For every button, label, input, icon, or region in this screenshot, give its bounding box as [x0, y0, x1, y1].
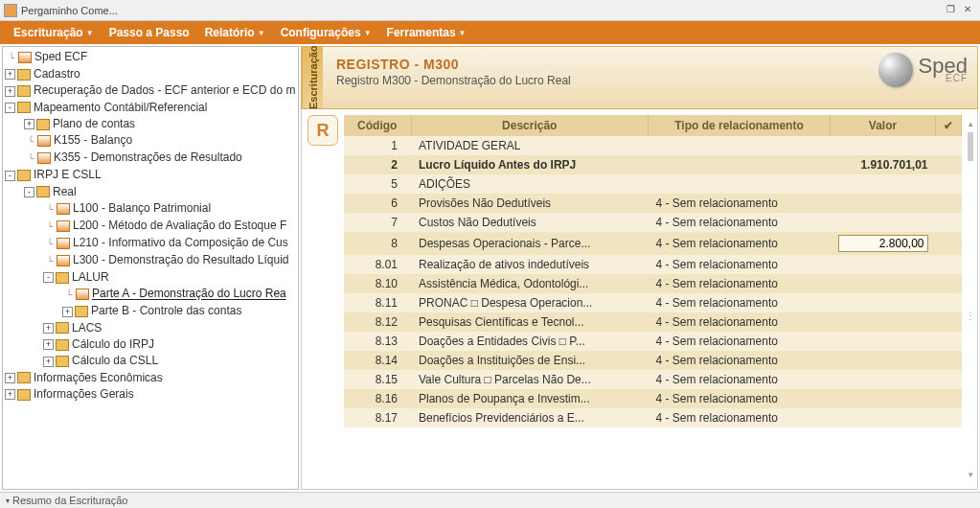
- table-row[interactable]: 8.14Doações a Instituições de Ensi...4 -…: [344, 351, 962, 370]
- cell-valor[interactable]: [831, 213, 936, 232]
- r-filter-button[interactable]: R: [308, 115, 338, 146]
- tree-toggle-icon[interactable]: +: [43, 339, 54, 350]
- tree-node[interactable]: └Parte A - Demonstração do Lucro Rea: [5, 286, 296, 303]
- tree-label[interactable]: L100 - Balanço Patrimonial: [73, 201, 211, 215]
- table-row[interactable]: 5ADIÇÕES: [344, 174, 962, 194]
- tree-label[interactable]: LALUR: [72, 270, 109, 284]
- tree-label[interactable]: Parte B - Controle das contas: [91, 305, 241, 318]
- menu-passo[interactable]: Passo a Passo: [102, 26, 197, 39]
- col-header-check[interactable]: ✔: [936, 115, 962, 136]
- tree-node[interactable]: +Informações Econômicas: [5, 370, 296, 386]
- tree-label[interactable]: Informações Gerais: [34, 387, 134, 401]
- cell-valor[interactable]: [831, 136, 936, 155]
- table-row[interactable]: 8.16Planos de Poupança e Investim...4 - …: [344, 389, 962, 408]
- tree-node[interactable]: -Real: [5, 184, 296, 200]
- tree-node[interactable]: +LACS: [5, 320, 296, 336]
- table-row[interactable]: 2Lucro Líquido Antes do IRPJ1.910.701,01: [344, 155, 962, 174]
- cell-valor[interactable]: [831, 232, 936, 255]
- tree-toggle-icon[interactable]: -: [43, 272, 54, 283]
- valor-input[interactable]: [838, 235, 928, 252]
- tree-label[interactable]: Cálculo da CSLL: [72, 355, 158, 368]
- tree-node[interactable]: └K355 - Demonstrações de Resultado: [5, 150, 296, 167]
- table-row[interactable]: 8.13Doações a Entidades Civis □ P...4 - …: [344, 332, 962, 351]
- menu-config[interactable]: Configurações ▼: [273, 26, 379, 39]
- tree-label[interactable]: Parte A - Demonstração do Lucro Rea: [92, 288, 286, 301]
- table-row[interactable]: 8.15Vale Cultura □ Parcelas Não De...4 -…: [344, 370, 962, 389]
- tree-label[interactable]: Plano de contas: [53, 117, 135, 130]
- cell-valor[interactable]: [831, 293, 936, 312]
- table-row[interactable]: 8Despesas Operacionais - Parce...4 - Sem…: [344, 232, 962, 255]
- tree-toggle-icon[interactable]: -: [24, 187, 34, 197]
- table-row[interactable]: 8.12Pesquisas Científicas e Tecnol...4 -…: [344, 312, 962, 332]
- tree-label[interactable]: Cálculo do IRPJ: [72, 337, 154, 351]
- col-header-codigo[interactable]: Código: [344, 115, 411, 136]
- tree-node[interactable]: └Sped ECF: [5, 49, 296, 66]
- close-button[interactable]: ✕: [959, 4, 976, 17]
- col-header-descricao[interactable]: Descrição: [411, 115, 649, 136]
- cell-valor[interactable]: [831, 408, 936, 427]
- tree-label[interactable]: Cadastro: [34, 67, 80, 81]
- cell-valor[interactable]: [831, 332, 936, 351]
- tree-label[interactable]: Mapeamento Contábil/Referencial: [34, 101, 207, 114]
- cell-valor[interactable]: [831, 351, 936, 370]
- tree-node[interactable]: └L210 - Informativo da Composição de Cus: [5, 235, 296, 252]
- cell-valor[interactable]: [831, 174, 936, 194]
- tree-node[interactable]: +Informações Gerais: [5, 386, 296, 403]
- tree-node[interactable]: └L200 - Método de Avaliação do Estoque F: [5, 218, 296, 235]
- tree-label[interactable]: L210 - Informativo da Composição de Cus: [73, 236, 288, 249]
- tree-toggle-icon[interactable]: +: [5, 389, 15, 400]
- col-header-tipo[interactable]: Tipo de relacionamento: [649, 115, 831, 136]
- tree-label[interactable]: IRPJ E CSLL: [34, 169, 102, 182]
- tree-toggle-icon[interactable]: +: [62, 307, 73, 317]
- restore-button[interactable]: ❐: [942, 4, 959, 17]
- cell-valor[interactable]: [831, 389, 936, 408]
- tree-node[interactable]: -IRPJ E CSLL: [5, 167, 296, 183]
- menu-escrituracao[interactable]: Escrituração ▼: [6, 26, 102, 39]
- tree-toggle-icon[interactable]: -: [5, 103, 15, 113]
- tree-toggle-icon[interactable]: -: [5, 171, 15, 181]
- tree-label[interactable]: K355 - Demonstrações de Resultado: [54, 151, 242, 165]
- menu-relatorio[interactable]: Relatório ▼: [197, 26, 273, 39]
- tree-label[interactable]: Recuperação de Dados - ECF anterior e EC…: [34, 84, 295, 98]
- tree-node[interactable]: +Parte B - Controle das contas: [5, 303, 296, 319]
- tree-label[interactable]: Informações Econômicas: [34, 371, 163, 384]
- col-header-valor[interactable]: Valor: [831, 115, 936, 136]
- tree-toggle-icon[interactable]: +: [43, 323, 54, 334]
- footer-resumo[interactable]: ▾ Resumo da Escrituração: [6, 495, 127, 506]
- tree-label[interactable]: L300 - Demonstração do Resultado Líquid: [73, 253, 288, 266]
- tree-label[interactable]: Sped ECF: [34, 50, 87, 63]
- register-grid[interactable]: Código Descrição Tipo de relacionamento …: [344, 115, 962, 427]
- cell-valor[interactable]: [831, 274, 936, 293]
- cell-valor[interactable]: [831, 370, 936, 389]
- menu-ferramentas[interactable]: Ferramentas ▼: [379, 26, 474, 39]
- tree-node[interactable]: +Cálculo da CSLL: [5, 353, 296, 369]
- cell-valor[interactable]: [831, 255, 936, 274]
- cell-valor[interactable]: [831, 194, 936, 213]
- vertical-tab-escrituracao[interactable]: Escrituração: [302, 47, 323, 108]
- tree-toggle-icon[interactable]: +: [5, 373, 15, 383]
- tree-label[interactable]: K155 - Balanço: [54, 134, 132, 148]
- tree-node[interactable]: +Cálculo do IRPJ: [5, 336, 296, 353]
- tree-node[interactable]: +Recuperação de Dados - ECF anterior e E…: [5, 82, 296, 99]
- table-row[interactable]: 8.10Assistência Médica, Odontológi...4 -…: [344, 274, 962, 293]
- vertical-scrollbar[interactable]: ▴⋮▾: [966, 119, 975, 479]
- tree-node[interactable]: -LALUR: [5, 269, 296, 286]
- tree-toggle-icon[interactable]: +: [43, 357, 54, 367]
- tree-toggle-icon[interactable]: +: [24, 119, 34, 129]
- table-row[interactable]: 6Provisões Não Dedutíveis4 - Sem relacio…: [344, 194, 962, 213]
- table-row[interactable]: 8.01Realização de ativos indedutíveis4 -…: [344, 255, 962, 274]
- table-row[interactable]: 8.17Benefícios Previdenciários a E...4 -…: [344, 408, 962, 427]
- tree-node[interactable]: └L300 - Demonstração do Resultado Líquid: [5, 252, 296, 269]
- tree-label[interactable]: Real: [53, 185, 77, 198]
- tree-node[interactable]: +Plano de contas: [5, 116, 296, 132]
- tree-node[interactable]: +Cadastro: [5, 66, 296, 82]
- table-row[interactable]: 1ATIVIDADE GERAL: [344, 136, 962, 155]
- cell-valor[interactable]: [831, 312, 936, 332]
- navigation-tree[interactable]: └Sped ECF+Cadastro+Recuperação de Dados …: [3, 47, 298, 489]
- tree-label[interactable]: LACS: [72, 321, 102, 335]
- tree-node[interactable]: └K155 - Balanço: [5, 132, 296, 150]
- tree-node[interactable]: -Mapeamento Contábil/Referencial: [5, 100, 296, 116]
- tree-label[interactable]: L200 - Método de Avaliação do Estoque F: [73, 219, 286, 232]
- cell-valor[interactable]: 1.910.701,01: [831, 155, 936, 174]
- table-row[interactable]: 8.11PRONAC □ Despesa Operacion...4 - Sem…: [344, 293, 962, 312]
